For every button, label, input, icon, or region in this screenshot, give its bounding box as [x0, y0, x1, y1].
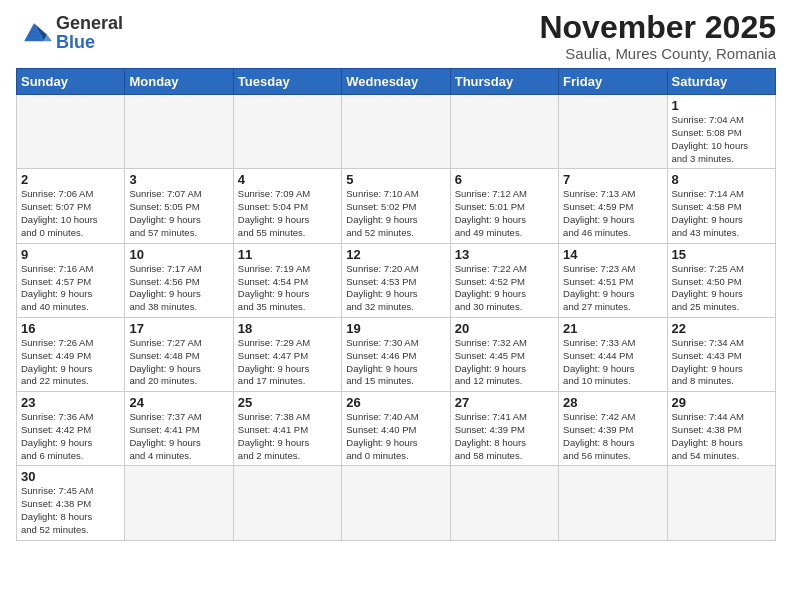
calendar-cell: [125, 466, 233, 540]
day-info: Sunrise: 7:13 AM Sunset: 4:59 PM Dayligh…: [563, 188, 662, 239]
header: GeneralBlue November 2025 Saulia, Mures …: [16, 10, 776, 62]
day-number: 23: [21, 395, 120, 410]
day-number: 16: [21, 321, 120, 336]
calendar-cell: 12Sunrise: 7:20 AM Sunset: 4:53 PM Dayli…: [342, 243, 450, 317]
day-number: 6: [455, 172, 554, 187]
calendar-cell: [667, 466, 775, 540]
day-info: Sunrise: 7:33 AM Sunset: 4:44 PM Dayligh…: [563, 337, 662, 388]
day-info: Sunrise: 7:42 AM Sunset: 4:39 PM Dayligh…: [563, 411, 662, 462]
calendar-cell: 14Sunrise: 7:23 AM Sunset: 4:51 PM Dayli…: [559, 243, 667, 317]
weekday-header: Sunday: [17, 69, 125, 95]
calendar-cell: [233, 95, 341, 169]
day-info: Sunrise: 7:26 AM Sunset: 4:49 PM Dayligh…: [21, 337, 120, 388]
day-number: 5: [346, 172, 445, 187]
day-number: 25: [238, 395, 337, 410]
calendar-cell: 21Sunrise: 7:33 AM Sunset: 4:44 PM Dayli…: [559, 317, 667, 391]
calendar-cell: [450, 95, 558, 169]
calendar-cell: 10Sunrise: 7:17 AM Sunset: 4:56 PM Dayli…: [125, 243, 233, 317]
calendar-cell: 11Sunrise: 7:19 AM Sunset: 4:54 PM Dayli…: [233, 243, 341, 317]
calendar-cell: 15Sunrise: 7:25 AM Sunset: 4:50 PM Dayli…: [667, 243, 775, 317]
calendar-week-row: 30Sunrise: 7:45 AM Sunset: 4:38 PM Dayli…: [17, 466, 776, 540]
day-info: Sunrise: 7:38 AM Sunset: 4:41 PM Dayligh…: [238, 411, 337, 462]
day-info: Sunrise: 7:14 AM Sunset: 4:58 PM Dayligh…: [672, 188, 771, 239]
calendar-cell: [559, 466, 667, 540]
calendar-week-row: 16Sunrise: 7:26 AM Sunset: 4:49 PM Dayli…: [17, 317, 776, 391]
day-number: 14: [563, 247, 662, 262]
day-info: Sunrise: 7:41 AM Sunset: 4:39 PM Dayligh…: [455, 411, 554, 462]
calendar-cell: 8Sunrise: 7:14 AM Sunset: 4:58 PM Daylig…: [667, 169, 775, 243]
day-number: 27: [455, 395, 554, 410]
day-number: 28: [563, 395, 662, 410]
weekday-header: Friday: [559, 69, 667, 95]
calendar-header-row: SundayMondayTuesdayWednesdayThursdayFrid…: [17, 69, 776, 95]
day-number: 2: [21, 172, 120, 187]
calendar-cell: 26Sunrise: 7:40 AM Sunset: 4:40 PM Dayli…: [342, 392, 450, 466]
day-info: Sunrise: 7:44 AM Sunset: 4:38 PM Dayligh…: [672, 411, 771, 462]
day-info: Sunrise: 7:04 AM Sunset: 5:08 PM Dayligh…: [672, 114, 771, 165]
day-info: Sunrise: 7:22 AM Sunset: 4:52 PM Dayligh…: [455, 263, 554, 314]
calendar-week-row: 9Sunrise: 7:16 AM Sunset: 4:57 PM Daylig…: [17, 243, 776, 317]
day-number: 9: [21, 247, 120, 262]
calendar-cell: 30Sunrise: 7:45 AM Sunset: 4:38 PM Dayli…: [17, 466, 125, 540]
day-info: Sunrise: 7:19 AM Sunset: 4:54 PM Dayligh…: [238, 263, 337, 314]
weekday-header: Tuesday: [233, 69, 341, 95]
day-number: 4: [238, 172, 337, 187]
calendar-cell: 24Sunrise: 7:37 AM Sunset: 4:41 PM Dayli…: [125, 392, 233, 466]
day-number: 15: [672, 247, 771, 262]
weekday-header: Thursday: [450, 69, 558, 95]
calendar-page: GeneralBlue November 2025 Saulia, Mures …: [0, 0, 792, 612]
day-info: Sunrise: 7:45 AM Sunset: 4:38 PM Dayligh…: [21, 485, 120, 536]
calendar-cell: 19Sunrise: 7:30 AM Sunset: 4:46 PM Dayli…: [342, 317, 450, 391]
calendar-cell: 4Sunrise: 7:09 AM Sunset: 5:04 PM Daylig…: [233, 169, 341, 243]
day-number: 11: [238, 247, 337, 262]
calendar-cell: [125, 95, 233, 169]
day-number: 18: [238, 321, 337, 336]
day-number: 29: [672, 395, 771, 410]
calendar-cell: [450, 466, 558, 540]
day-number: 12: [346, 247, 445, 262]
calendar-cell: 20Sunrise: 7:32 AM Sunset: 4:45 PM Dayli…: [450, 317, 558, 391]
calendar-week-row: 23Sunrise: 7:36 AM Sunset: 4:42 PM Dayli…: [17, 392, 776, 466]
day-info: Sunrise: 7:09 AM Sunset: 5:04 PM Dayligh…: [238, 188, 337, 239]
calendar-cell: 28Sunrise: 7:42 AM Sunset: 4:39 PM Dayli…: [559, 392, 667, 466]
location-subtitle: Saulia, Mures County, Romania: [539, 45, 776, 62]
day-info: Sunrise: 7:20 AM Sunset: 4:53 PM Dayligh…: [346, 263, 445, 314]
calendar-week-row: 1Sunrise: 7:04 AM Sunset: 5:08 PM Daylig…: [17, 95, 776, 169]
day-info: Sunrise: 7:25 AM Sunset: 4:50 PM Dayligh…: [672, 263, 771, 314]
day-info: Sunrise: 7:29 AM Sunset: 4:47 PM Dayligh…: [238, 337, 337, 388]
day-info: Sunrise: 7:30 AM Sunset: 4:46 PM Dayligh…: [346, 337, 445, 388]
day-info: Sunrise: 7:32 AM Sunset: 4:45 PM Dayligh…: [455, 337, 554, 388]
day-info: Sunrise: 7:07 AM Sunset: 5:05 PM Dayligh…: [129, 188, 228, 239]
logo-icon: [16, 18, 52, 48]
calendar-cell: 27Sunrise: 7:41 AM Sunset: 4:39 PM Dayli…: [450, 392, 558, 466]
calendar-cell: 1Sunrise: 7:04 AM Sunset: 5:08 PM Daylig…: [667, 95, 775, 169]
calendar-cell: 13Sunrise: 7:22 AM Sunset: 4:52 PM Dayli…: [450, 243, 558, 317]
calendar-cell: 17Sunrise: 7:27 AM Sunset: 4:48 PM Dayli…: [125, 317, 233, 391]
calendar-cell: 5Sunrise: 7:10 AM Sunset: 5:02 PM Daylig…: [342, 169, 450, 243]
calendar-cell: [233, 466, 341, 540]
day-number: 24: [129, 395, 228, 410]
calendar-cell: 7Sunrise: 7:13 AM Sunset: 4:59 PM Daylig…: [559, 169, 667, 243]
calendar-cell: [559, 95, 667, 169]
day-number: 30: [21, 469, 120, 484]
day-number: 26: [346, 395, 445, 410]
calendar-cell: 18Sunrise: 7:29 AM Sunset: 4:47 PM Dayli…: [233, 317, 341, 391]
calendar-cell: 3Sunrise: 7:07 AM Sunset: 5:05 PM Daylig…: [125, 169, 233, 243]
day-number: 13: [455, 247, 554, 262]
day-info: Sunrise: 7:27 AM Sunset: 4:48 PM Dayligh…: [129, 337, 228, 388]
weekday-header: Monday: [125, 69, 233, 95]
calendar-table: SundayMondayTuesdayWednesdayThursdayFrid…: [16, 68, 776, 541]
logo: GeneralBlue: [16, 14, 123, 52]
day-info: Sunrise: 7:16 AM Sunset: 4:57 PM Dayligh…: [21, 263, 120, 314]
calendar-cell: 22Sunrise: 7:34 AM Sunset: 4:43 PM Dayli…: [667, 317, 775, 391]
calendar-cell: 23Sunrise: 7:36 AM Sunset: 4:42 PM Dayli…: [17, 392, 125, 466]
day-number: 21: [563, 321, 662, 336]
day-number: 19: [346, 321, 445, 336]
day-info: Sunrise: 7:23 AM Sunset: 4:51 PM Dayligh…: [563, 263, 662, 314]
day-info: Sunrise: 7:36 AM Sunset: 4:42 PM Dayligh…: [21, 411, 120, 462]
day-number: 1: [672, 98, 771, 113]
day-info: Sunrise: 7:34 AM Sunset: 4:43 PM Dayligh…: [672, 337, 771, 388]
calendar-week-row: 2Sunrise: 7:06 AM Sunset: 5:07 PM Daylig…: [17, 169, 776, 243]
day-number: 7: [563, 172, 662, 187]
logo-text: GeneralBlue: [56, 14, 123, 52]
